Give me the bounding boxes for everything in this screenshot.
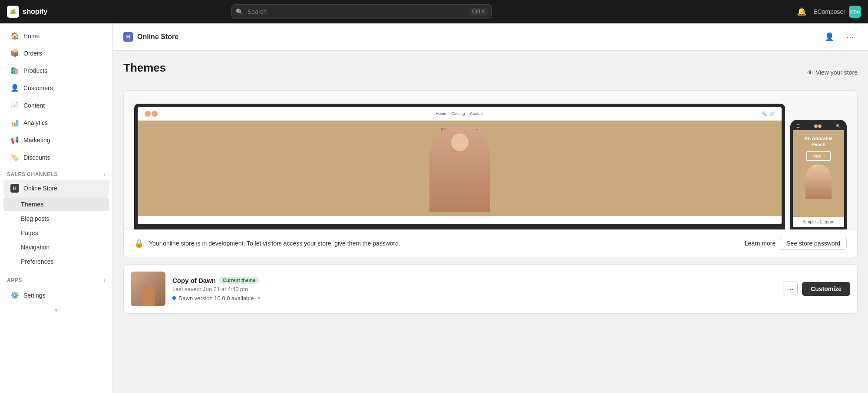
top-bar-right: 🔔 EComposer ECo xyxy=(795,5,861,18)
mobile-cta-button[interactable]: Shop It xyxy=(806,151,831,161)
password-notice: 🔒 Your online store is in development. T… xyxy=(124,229,857,257)
sidebar-item-discounts[interactable]: 🏷️ Discounts xyxy=(3,149,109,166)
nav-catalog: Catalog xyxy=(451,111,465,116)
search-input[interactable] xyxy=(231,4,492,19)
theme-more-button[interactable]: ⋯ xyxy=(783,282,798,296)
search-icon: 🔍 xyxy=(236,8,243,15)
theme-preview-images: Home Catalog Contact 🔍 🛒 Welc xyxy=(124,91,857,229)
desktop-nav-links: Home Catalog Contact xyxy=(436,111,483,116)
sidebar-item-content[interactable]: 📄 Content xyxy=(3,97,109,114)
sidebar-sub-item-blog-posts[interactable]: Blog posts xyxy=(3,212,109,226)
sidebar-item-orders-label: Orders xyxy=(23,50,42,57)
apps-section: Apps › xyxy=(0,272,112,285)
sidebar-sub-item-pages[interactable]: Pages xyxy=(3,226,109,240)
page-header-icon: H xyxy=(123,32,133,42)
mobile-subtitle: Simple - Elegant xyxy=(793,217,844,227)
theme-last-saved: Last saved: Jun 21 at 4:40 pm xyxy=(172,286,776,292)
home-icon: 🏠 xyxy=(10,32,19,40)
current-theme-badge: Current theme xyxy=(219,277,259,284)
current-theme-section: Copy of Dawn Current theme Last saved: J… xyxy=(123,264,858,314)
version-text: Dawn version 10.0.0 available xyxy=(178,295,254,301)
sidebar-item-marketing[interactable]: 📢 Marketing xyxy=(3,131,109,148)
sidebar-sub-item-navigation-label: Navigation xyxy=(21,244,50,251)
mobile-logo xyxy=(814,124,822,128)
sidebar-sub-item-blog-posts-label: Blog posts xyxy=(21,215,49,222)
mobile-hero-figure xyxy=(805,164,832,199)
themes-section: Themes 👁 View your store xyxy=(113,51,868,324)
page-header-person-button[interactable]: 👤 xyxy=(821,30,838,43)
sidebar-sub-item-pages-label: Pages xyxy=(21,229,38,236)
eye-icon: 👁 xyxy=(807,69,813,76)
sidebar-sub-item-themes[interactable]: Themes xyxy=(3,197,109,211)
learn-more-button[interactable]: Learn more xyxy=(745,240,776,247)
search-bar[interactable]: 🔍 Ctrl K xyxy=(231,4,492,19)
page-header-title: Online Store xyxy=(137,33,178,41)
mobile-hero-title: An Adorable Peach xyxy=(798,135,839,148)
desktop-nav-icons: 🔍 🛒 xyxy=(762,111,775,116)
sidebar-item-content-label: Content xyxy=(23,102,45,109)
theme-version: Dawn version 10.0.0 available ▼ xyxy=(172,295,776,301)
orders-icon: 📦 xyxy=(10,49,19,57)
page-header-more-button[interactable]: ⋯ xyxy=(843,30,858,43)
theme-name-row: Copy of Dawn Current theme xyxy=(172,277,776,284)
desktop-mockup: Home Catalog Contact 🔍 🛒 Welc xyxy=(134,104,785,229)
sidebar-item-online-store[interactable]: H Online Store xyxy=(3,180,109,197)
page-header-actions: 👤 ⋯ xyxy=(821,30,858,43)
sales-channels-chevron: › xyxy=(104,171,106,177)
hero-figure xyxy=(429,125,490,212)
sidebar-item-settings-label: Settings xyxy=(23,292,46,299)
password-notice-text: Your online store is in development. To … xyxy=(149,240,739,247)
customers-icon: 👤 xyxy=(10,84,19,92)
sidebar-item-orders[interactable]: 📦 Orders xyxy=(3,45,109,62)
sidebar-sub-item-navigation[interactable]: Navigation xyxy=(3,240,109,254)
mobile-hamburger-icon: ☰ xyxy=(796,124,800,128)
sidebar-item-settings[interactable]: ⚙️ Settings xyxy=(3,287,109,304)
desktop-search-icon: 🔍 xyxy=(762,111,767,116)
scroll-indicator: ▼ xyxy=(0,304,112,317)
sidebar-item-marketing-label: Marketing xyxy=(23,137,50,144)
user-menu-button[interactable]: EComposer ECo xyxy=(813,6,861,18)
notification-button[interactable]: 🔔 xyxy=(795,5,808,18)
top-bar: shopify 🔍 Ctrl K 🔔 EComposer ECo xyxy=(0,0,868,23)
nav-home: Home xyxy=(436,111,446,116)
sidebar-item-products[interactable]: 🛍️ Products xyxy=(3,62,109,79)
shopify-logo: shopify xyxy=(7,6,76,18)
page-header: H Online Store 👤 ⋯ xyxy=(113,23,868,51)
theme-actions: ⋯ Customize xyxy=(783,282,850,296)
settings-icon: ⚙️ xyxy=(10,291,19,299)
online-store-icon: H xyxy=(10,184,19,193)
sidebar-sub-item-preferences[interactable]: Preferences xyxy=(3,255,109,269)
sidebar-sub-item-themes-label: Themes xyxy=(21,201,44,208)
sidebar-item-home[interactable]: 🏠 Home xyxy=(3,27,109,44)
mobile-mockup: ☰ 🔍 An Adorable Peach Shop It xyxy=(790,120,847,229)
view-store-label: View your store xyxy=(816,69,858,76)
search-shortcut: Ctrl K xyxy=(469,8,488,16)
app-body: 🏠 Home 📦 Orders 🛍️ Products 👤 Customers … xyxy=(0,23,868,393)
sidebar-sub-item-preferences-label: Preferences xyxy=(21,258,53,265)
sidebar-item-analytics[interactable]: 📊 Analytics xyxy=(3,114,109,131)
sidebar-item-products-label: Products xyxy=(23,67,47,74)
sidebar-item-customers-label: Customers xyxy=(23,85,53,92)
shopify-wordmark: shopify xyxy=(23,7,47,16)
themes-heading: Themes xyxy=(123,61,166,75)
theme-customize-button[interactable]: Customize xyxy=(802,282,850,296)
sidebar-item-online-store-label: Online Store xyxy=(23,185,57,192)
lock-icon: 🔒 xyxy=(134,239,144,248)
user-avatar: ECo xyxy=(849,6,861,18)
mobile-cta-label: Shop It xyxy=(812,154,825,158)
mobile-logo-circle-2 xyxy=(818,124,822,128)
version-dot xyxy=(172,296,176,300)
sidebar-item-discounts-label: Discounts xyxy=(23,154,50,161)
marketing-icon: 📢 xyxy=(10,136,19,144)
sidebar-item-customers[interactable]: 👤 Customers xyxy=(3,79,109,96)
more-dots-icon: ⋯ xyxy=(787,285,794,293)
mobile-search-icon: 🔍 xyxy=(836,124,841,128)
user-name: EComposer xyxy=(813,8,845,15)
see-store-password-button[interactable]: See store password xyxy=(780,237,847,250)
content-icon: 📄 xyxy=(10,101,19,109)
view-store-link[interactable]: 👁 View your store xyxy=(807,69,858,76)
header-icon-letter: H xyxy=(126,34,130,40)
nav-contact: Contact xyxy=(470,111,484,116)
apps-label: Apps xyxy=(7,277,22,283)
shopify-bag-icon xyxy=(7,6,19,18)
